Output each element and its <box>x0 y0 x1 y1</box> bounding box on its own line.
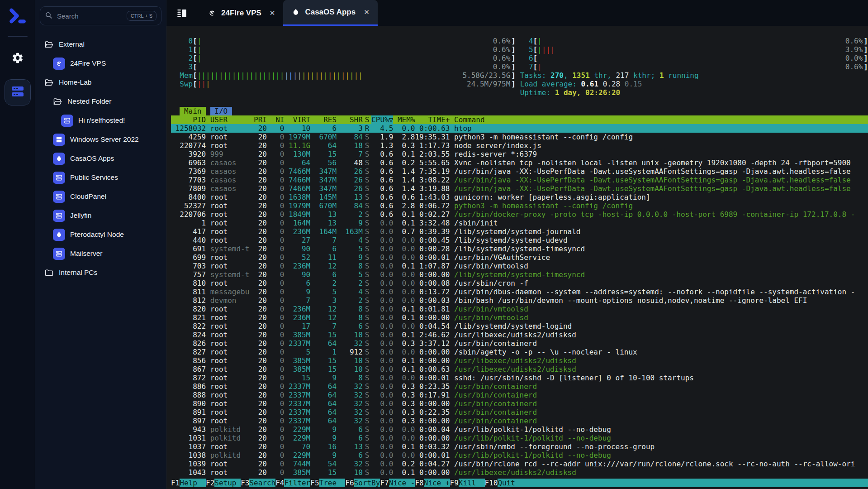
sidebar-item-nested-folder[interactable]: Nested Folder <box>40 92 161 111</box>
fkey-filter-button[interactable]: Filter <box>284 479 310 487</box>
fkey-tree-button[interactable]: Tree <box>319 479 346 487</box>
column-header-shr[interactable]: SHR <box>337 115 363 124</box>
sidebar-item-24fire-vps[interactable]: 24Fire VPS <box>40 54 161 73</box>
column-header-command[interactable]: Command <box>450 115 868 124</box>
process-row[interactable]: 1031polkitd200229M94326664S0.00.00:00.00… <box>171 434 868 442</box>
table-header-row[interactable]: PIDUSERPRINIVIRTRESSHRSCPU%▽MEM%TIME+Com… <box>171 115 868 124</box>
icon-rail <box>0 0 35 489</box>
process-row[interactable]: 856root200385M1509210452S0.00.10:00.00/u… <box>171 356 868 365</box>
process-row[interactable]: 1038polkitd200229M94326664S0.00.00:00.01… <box>171 451 868 460</box>
cell-user: casaos <box>206 158 249 167</box>
cell-time: 0:00.08 <box>415 279 450 288</box>
process-row[interactable]: 703root200236M125288400S0.00.11:07.87/us… <box>171 262 868 270</box>
fkey-sortby-button[interactable]: SortBy <box>354 479 380 487</box>
process-row[interactable]: 220774root20011.1G6485218452S1.30.31:17.… <box>171 141 868 150</box>
process-row[interactable]: 417root200236M164M163MS0.00.70:39.39/lib… <box>171 227 868 236</box>
fkey-help-button[interactable]: Help <box>180 479 206 487</box>
sidebar-item-jellyfin[interactable]: Jellyfin <box>40 206 161 225</box>
fkey-quit-button[interactable]: Quit <box>498 479 524 487</box>
rail-divider <box>8 36 28 37</box>
process-row[interactable]: 4259root2001979M670M84172S1.92.819:35.31… <box>171 133 868 141</box>
sidebar-item-public-services[interactable]: Public Services <box>40 168 161 187</box>
sidebar-item-pterodactyl-node[interactable]: Pterodactyl Node <box>40 225 161 244</box>
sidebar-item-hi-r-selfhosted[interactable]: Hi r/selfhosted! <box>40 111 161 130</box>
sidebar-item-home-lab[interactable]: Home-Lab <box>40 73 161 92</box>
process-row[interactable]: 220706root2001849M132642720S0.60.10:02.2… <box>171 210 868 219</box>
sidebar-item-cloudpanel[interactable]: CloudPanel <box>40 187 161 206</box>
fkey-nice-button[interactable]: Nice + <box>424 479 450 487</box>
nav-servers-button[interactable] <box>5 79 31 105</box>
process-row[interactable]: 699root20052520111249568S0.00.00:00.01/u… <box>171 253 868 262</box>
sidebar-toggle-icon[interactable] <box>176 7 188 19</box>
search-box[interactable]: CTRL + S <box>40 6 161 25</box>
process-row[interactable]: 810root200660826162372S0.00.00:00.08/usr… <box>171 279 868 288</box>
process-row[interactable]: 812devmon200745236242984S0.00.00:00.03/b… <box>171 296 868 305</box>
process-row[interactable]: 886root2002337M6402032884S0.00.30:23.35/… <box>171 382 868 391</box>
sidebar-item-casaos-apps[interactable]: CasaOS Apps <box>40 149 161 168</box>
settings-gear-icon[interactable] <box>11 51 24 65</box>
sidebar-item-mailserver[interactable]: Mailserver <box>40 244 161 263</box>
column-header-time[interactable]: TIME+ <box>415 115 450 124</box>
column-header-ni[interactable]: NI <box>267 115 285 124</box>
sidebar-item-windows-server-2022[interactable]: Windows Server 2022 <box>40 130 161 149</box>
process-row[interactable]: 891root2002337M6402032884S0.00.30:22.35/… <box>171 408 868 417</box>
process-row[interactable]: 6963casaos200641685650848S0.60.25:55.65X… <box>171 158 868 167</box>
cell-state: S <box>363 391 371 399</box>
process-row[interactable]: 1039root200744M5403232508S0.00.20:04.27/… <box>171 460 868 468</box>
process-row[interactable]: 1root200164M130529240S0.00.13:32.48/sbin… <box>171 219 868 227</box>
process-row[interactable]: 757systemd-ti2009006865965720S0.00.00:00… <box>171 270 868 279</box>
fkey-search-button[interactable]: Search <box>249 479 275 487</box>
cell-mem: 0.3 <box>393 382 415 391</box>
process-row[interactable]: 827root20058721000912S0.00.00:00.00/sbin… <box>171 348 868 356</box>
process-row[interactable]: 440root2002770076364716S0.00.00:00.45/li… <box>171 236 868 244</box>
column-header-user[interactable]: USER <box>206 115 249 124</box>
process-row[interactable]: 890root2002337M6402032884S0.00.30:00.00/… <box>171 399 868 408</box>
process-row[interactable]: 1043root200385M1509210452S0.00.10:00.00/… <box>171 468 868 477</box>
process-row[interactable]: 691systemd-ti2009006865965720S0.00.00:00… <box>171 244 868 253</box>
fkey-kill-button[interactable]: Kill <box>459 479 485 487</box>
tab-casaos-apps[interactable]: CasaOS Apps✕ <box>283 0 377 26</box>
column-header-res[interactable]: RES <box>310 115 337 124</box>
process-row[interactable]: 822root2001718078966848S0.00.00:04.54/li… <box>171 322 868 331</box>
htop-tab-main[interactable]: Main <box>180 107 206 115</box>
cell-virt: 385M <box>284 331 310 339</box>
process-row[interactable]: 888root2002337M6402032884S0.00.30:17.91/… <box>171 391 868 399</box>
process-row[interactable]: 943polkitd200229M94326664S0.00.00:00.04/… <box>171 425 868 434</box>
close-icon[interactable]: ✕ <box>270 9 275 17</box>
close-icon[interactable]: ✕ <box>364 8 370 16</box>
process-row[interactable]: 7369casaos2007466M347M26336S0.61.47:35.1… <box>171 167 868 176</box>
column-header-pri[interactable]: PRI <box>249 115 267 124</box>
process-row[interactable]: 7703casaos2007466M347M26336S0.61.43:08.2… <box>171 176 868 184</box>
column-header-s[interactable]: S <box>363 115 371 124</box>
process-row[interactable]: 867root200385M1509210452S0.00.10:00.63/u… <box>171 365 868 374</box>
process-row[interactable]: 872root2001542094368108S0.00.00:00.01ssh… <box>171 374 868 382</box>
sidebar-item-internal-pcs[interactable]: Internal PCs <box>40 263 161 282</box>
cell-cpu: 0.6 <box>371 201 393 210</box>
process-row[interactable]: 824root200385M1509210452S0.00.12:46.62/u… <box>171 331 868 339</box>
process-row[interactable]: 7809casaos2007466M347M26336S0.61.43:19.8… <box>171 184 868 193</box>
column-header-virt[interactable]: VIRT <box>284 115 310 124</box>
fkey-nice-button[interactable]: Nice - <box>389 479 415 487</box>
tab-24fire-vps[interactable]: 24Fire VPS✕ <box>199 0 283 26</box>
process-row[interactable]: 52327root2001979M670M84172S0.62.80:06.72… <box>171 201 868 210</box>
process-row[interactable]: 811messagebus200996455804376S0.00.00:13.… <box>171 288 868 296</box>
process-row[interactable]: 1258032root2001063666803584R4.50.00:00.6… <box>171 124 868 133</box>
cell-state: S <box>363 451 371 460</box>
search-input[interactable] <box>56 12 123 20</box>
cell-mem: 0.0 <box>393 236 415 244</box>
fkey-setup-button[interactable]: Setup <box>214 479 241 487</box>
htop-tab-i-o[interactable]: I/O <box>210 107 232 115</box>
process-row[interactable]: 826root2002337M6402032884S0.00.33:37.12/… <box>171 339 868 348</box>
cell-user: root <box>206 262 249 270</box>
process-row[interactable]: 897root2002337M6402032884S0.00.30:00.00/… <box>171 417 868 425</box>
sidebar-item-external[interactable]: External <box>40 35 161 54</box>
cell-pid: 7809 <box>171 184 206 193</box>
process-row[interactable]: 821root200236M125288400S0.00.10:00.00/us… <box>171 313 868 322</box>
column-header-mem[interactable]: MEM% <box>393 115 415 124</box>
process-row[interactable]: 820root200236M125288400S0.00.10:01.81/us… <box>171 305 868 313</box>
column-header-cpu[interactable]: CPU%▽ <box>371 115 393 124</box>
process-row[interactable]: 3920999200130M150167716S0.60.12:03.55red… <box>171 150 868 158</box>
column-header-pid[interactable]: PID <box>171 115 206 124</box>
process-row[interactable]: 8400root2001638M145M13928S0.60.61:43.03g… <box>171 193 868 201</box>
process-row[interactable]: 1037root200706961641213876S0.00.10:03.32… <box>171 442 868 451</box>
